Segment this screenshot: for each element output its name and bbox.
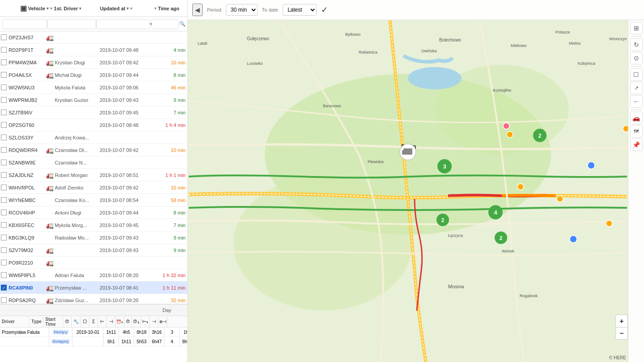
pin-button[interactable]: 📌 [630, 139, 643, 151]
row-checkbox[interactable] [0, 59, 8, 65]
vehicle-row[interactable]: WIHVRPOL 🚛 Adolf Ziemko 2019-10-07 09:42… [0, 181, 187, 194]
checkbox[interactable] [1, 135, 7, 140]
checkbox[interactable] [1, 109, 7, 115]
square-button[interactable]: ☐ [630, 68, 643, 81]
checkbox[interactable] [1, 84, 7, 90]
checkbox[interactable] [1, 97, 7, 103]
zoom-in-button[interactable]: + [615, 315, 628, 327]
vehicle-row[interactable]: SZV79M32 🚛 2019-10-07 09:43 9 min [0, 244, 187, 257]
vehicle-row[interactable]: PO4AIL5X 🚛 Michał Długi 2019-10-07 09:44… [0, 69, 187, 81]
driver-col-header[interactable]: 1st. Driver ▾ [54, 6, 100, 11]
vehicle-list[interactable]: OPZ3JHS7 🚛 RD2P9P1T 🚛 2019-10-07 09:48 4… [0, 31, 187, 304]
vehicle-row[interactable]: WWPRMJB2 Krystian Guzior 2019-10-07 09:4… [0, 94, 187, 106]
time-ago-value: 1 h 11 min [155, 285, 187, 290]
layer-toggle-button[interactable]: ⊙ [630, 52, 643, 64]
row-checkbox[interactable] [0, 247, 8, 253]
map-back-button[interactable]: ◀ [192, 4, 203, 16]
row-checkbox[interactable] [0, 147, 8, 153]
checkbox[interactable] [1, 59, 7, 65]
checkbox[interactable] [1, 147, 7, 153]
vehicle-row[interactable]: RDPSA2RQ 🚛 Zdzisław Guz... 2019-10-07 09… [0, 294, 187, 304]
checkbox[interactable] [1, 272, 7, 278]
checkbox[interactable]: ✓ [1, 285, 7, 290]
driver-name: Przemysław ... [55, 285, 99, 290]
checkbox[interactable] [1, 47, 7, 53]
row-checkbox[interactable] [0, 72, 8, 78]
confirm-button[interactable]: ✓ [321, 5, 328, 15]
route-button[interactable]: ↗ [630, 82, 643, 94]
vehicle-row[interactable]: KBX6SFEC 🚛 Mykola Morg... 2019-10-07 09:… [0, 219, 187, 232]
checkbox[interactable] [1, 260, 7, 265]
to-date-select[interactable]: Latest Custom [283, 4, 317, 16]
vehicle-col-header[interactable]: ▣ Vehicle ▾ ▾ [9, 4, 54, 13]
row-checkbox[interactable] [0, 109, 8, 115]
vehicle-row[interactable]: WI2W5NU3 Mykola Faluta 2019-10-07 09:06 … [0, 81, 187, 94]
zoom-out-button[interactable]: − [615, 327, 628, 340]
vehicle-row[interactable]: RD2P9P1T 🚛 2019-10-07 09:48 4 min [0, 44, 187, 56]
checkbox[interactable] [1, 34, 7, 40]
vehicle-row[interactable]: RCOV46HP Antoni Długi 2019-10-07 09:44 8… [0, 206, 187, 219]
row-checkbox[interactable] [0, 47, 8, 53]
checkbox[interactable] [1, 222, 7, 228]
vehicle-row[interactable]: ✓ RCA8PIN0 🚛 Przemysław ... 2019-10-07 0… [0, 282, 187, 294]
checkbox[interactable] [1, 235, 7, 240]
refresh-button[interactable]: ↻ [630, 38, 643, 51]
col10-header: ⊢₁ [141, 316, 150, 327]
vehicle-row[interactable]: WIYNEMBC Czarosław Ko... 2019-10-07 08:5… [0, 194, 187, 206]
row-checkbox[interactable] [0, 97, 8, 103]
row-checkbox[interactable] [0, 135, 8, 140]
vehicle-row[interactable]: RDQWDRR4 🚛 Czarosław Dł... 2019-10-07 09… [0, 144, 187, 156]
vehicle-row[interactable]: SZJTB96V 2019-10-07 09:45 7 min [0, 106, 187, 119]
row-checkbox[interactable] [0, 84, 8, 90]
car-button[interactable]: 🚗 [630, 112, 643, 124]
vehicle-row[interactable]: SZANBW9E Czarosław N... [0, 156, 187, 169]
updated-col-header[interactable]: Updated at ▾ ▾ [100, 6, 154, 11]
row-checkbox[interactable] [0, 210, 8, 215]
row-checkbox[interactable] [0, 34, 8, 40]
checkbox[interactable] [1, 160, 7, 165]
checkbox[interactable] [1, 72, 7, 78]
back-arrow-button[interactable]: ← [630, 95, 643, 108]
row-checkbox[interactable] [0, 160, 8, 165]
vehicle-plate: PO4AIL5X [8, 72, 46, 78]
vehicle-row[interactable]: KBG3KLQ9 Radosław Mo... 2019-10-07 09:43… [0, 232, 187, 244]
period-select[interactable]: 30 min 10 min 1 h 2 h [226, 4, 258, 16]
vehicle-row[interactable]: SZLOS33Y Andrzej Kowa... [0, 131, 187, 144]
row-checkbox[interactable] [0, 172, 8, 178]
checkbox[interactable] [1, 297, 7, 303]
vehicle-row[interactable]: OPZ3JHS7 🚛 [0, 31, 187, 44]
row-checkbox[interactable] [0, 197, 8, 203]
map-area[interactable]: ◀ Period 30 min 10 min 1 h 2 h To date L… [188, 0, 644, 362]
checkbox[interactable] [1, 210, 7, 215]
vehicle-row[interactable]: WW6P8PL5 Adrian Faluta 2019-10-07 08:20 … [0, 269, 187, 282]
checkbox[interactable] [1, 247, 7, 253]
checkbox[interactable] [1, 172, 7, 178]
vehicle-row[interactable]: OPZSGT60 2019-10-07 08:48 1 h 4 min [0, 119, 187, 131]
row-checkbox[interactable] [0, 185, 8, 190]
checkbox[interactable] [1, 185, 7, 190]
svg-point-26 [557, 196, 563, 202]
map-tile[interactable]: Pozn 2 2 3 4 2 [188, 20, 628, 362]
layers-button[interactable]: ⊞ [630, 22, 643, 34]
checkbox[interactable] [1, 197, 7, 203]
time-ago-filter-input[interactable] [152, 19, 178, 29]
map-button[interactable]: 🗺 [630, 125, 643, 138]
vehicle-row[interactable]: PO9R2210 🚛 [0, 257, 187, 269]
vehicle-row[interactable]: SZAJDLNZ 🚛 Robert Morgan 2019-10-07 08:5… [0, 169, 187, 181]
vehicle-row[interactable]: PPM4W2MA 🚛 Krystian Długi 2019-10-07 09:… [0, 56, 187, 69]
time-ago-value: 58 min [155, 198, 187, 203]
row-checkbox[interactable] [0, 260, 8, 265]
updated-filter-input[interactable] [96, 19, 150, 29]
row-checkbox[interactable] [0, 272, 8, 278]
row-checkbox[interactable]: ✓ [0, 285, 8, 290]
bottom-cell: 4 [165, 337, 180, 346]
row-checkbox[interactable] [0, 122, 8, 128]
row-checkbox[interactable] [0, 297, 8, 303]
row-checkbox[interactable] [0, 235, 8, 240]
time-ago-col-header[interactable]: ▾ Time ago [154, 6, 186, 11]
driver-filter-input[interactable] [47, 19, 96, 29]
row-checkbox[interactable] [0, 222, 8, 228]
checkbox[interactable] [1, 122, 7, 128]
vehicle-filter-input[interactable] [2, 19, 47, 29]
time-ago-col-label: Time ago [158, 6, 179, 11]
